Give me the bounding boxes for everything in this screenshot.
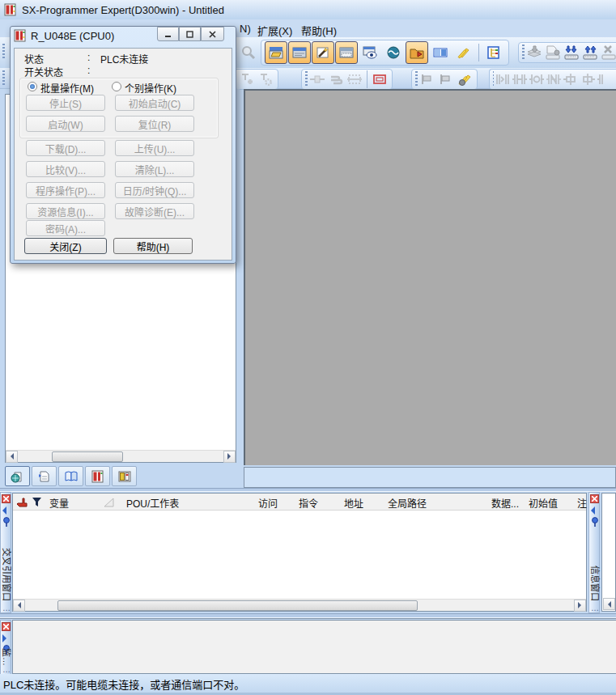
reset-flag-button[interactable]: [437, 70, 455, 88]
initial-start-button[interactable]: 初始启动(C): [115, 95, 194, 111]
col-access[interactable]: 访问: [258, 496, 278, 510]
menu-item-help[interactable]: 帮助(H): [298, 22, 340, 39]
password-button[interactable]: 密码(A)...: [26, 220, 105, 236]
pages-button[interactable]: [456, 70, 474, 88]
make-button[interactable]: [525, 44, 543, 61]
toolbar-grip[interactable]: [2, 70, 5, 87]
variable-properties-button[interactable]: [257, 70, 274, 88]
col-comment[interactable]: 注释: [577, 496, 587, 510]
ladder-contact-clipped-button[interactable]: [597, 70, 613, 88]
dialog-close-button[interactable]: [201, 27, 224, 41]
col-initial-value[interactable]: 初始值: [529, 496, 558, 510]
ladder-coil-right-button[interactable]: [580, 70, 596, 88]
close-button[interactable]: 关闭(Z): [24, 238, 107, 254]
tab-hardware[interactable]: [85, 466, 110, 486]
stop-button[interactable]: 停止(S): [26, 95, 105, 111]
toolbar-grip[interactable]: [415, 71, 418, 87]
clear-button[interactable]: 清除(L)...: [115, 161, 194, 177]
com-status-button[interactable]: [382, 41, 405, 64]
sort-caret-icon[interactable]: [104, 498, 114, 507]
col-data-type[interactable]: 数据...: [491, 496, 519, 510]
scroll-left-button[interactable]: [6, 451, 18, 463]
split-window-button[interactable]: [429, 41, 452, 64]
compare-button[interactable]: 比较(V)...: [26, 161, 105, 177]
project-control-button[interactable]: [406, 41, 428, 64]
network-button[interactable]: [346, 70, 363, 88]
ladder-coil-left-button[interactable]: [563, 70, 579, 88]
reset-button[interactable]: 复位(R): [115, 116, 194, 132]
radio-batch-label[interactable]: 批量操作(M): [40, 81, 94, 95]
col-variable[interactable]: 变量: [49, 496, 69, 510]
scroll-right-button[interactable]: [223, 451, 236, 463]
collapse-left-icon[interactable]: [2, 506, 6, 515]
network-delete-button[interactable]: [371, 70, 389, 88]
crossref-hscrollbar[interactable]: [13, 599, 586, 611]
ladder-coil-open-button[interactable]: [529, 70, 545, 88]
page-layout-icon: [457, 46, 471, 59]
watch-window-button[interactable]: [359, 41, 381, 64]
scroll-left-button[interactable]: [603, 598, 615, 610]
col-address[interactable]: 地址: [344, 496, 363, 510]
ladder-branch-button[interactable]: [495, 70, 511, 88]
contact-network-button[interactable]: [308, 70, 326, 88]
tab-io[interactable]: [112, 466, 137, 486]
tab-pou[interactable]: [32, 466, 57, 486]
page-layout-button[interactable]: [452, 41, 475, 64]
upload-changes-button[interactable]: [581, 44, 599, 61]
radio-batch-operation[interactable]: [28, 82, 37, 91]
message-window-button[interactable]: [288, 41, 311, 64]
cancel-changes-button[interactable]: [600, 44, 616, 61]
fault-diagnosis-button[interactable]: 故障诊断(E)...: [115, 203, 194, 219]
hand-icon[interactable]: [16, 496, 28, 508]
resource-info-button[interactable]: 资源信息(I)...: [26, 203, 105, 219]
calendar-clock-button[interactable]: 日历/时钟(Q)...: [115, 182, 194, 198]
tree-hscrollbar[interactable]: [6, 450, 236, 462]
add-variable-button[interactable]: [238, 70, 256, 88]
scroll-left-button[interactable]: [13, 600, 25, 612]
toolbar-grip[interactable]: [305, 71, 308, 87]
wizard-button[interactable]: [312, 41, 334, 64]
filter-icon[interactable]: [32, 497, 42, 507]
tab-library[interactable]: [58, 466, 83, 486]
close-panel-button[interactable]: [2, 494, 11, 503]
zoom-button[interactable]: [237, 41, 260, 64]
collapse-left-icon[interactable]: [591, 506, 595, 515]
collapse-right-icon[interactable]: [2, 634, 6, 642]
info-caption-strip: 信息窗口 …: [588, 492, 600, 613]
scroll-right-button[interactable]: [574, 600, 586, 612]
menu-item-partial[interactable]: N): [236, 22, 254, 36]
toolbar-grip[interactable]: [493, 71, 494, 87]
ladder-contact-parallel-button[interactable]: [512, 70, 528, 88]
col-global-path[interactable]: 全局路径: [388, 496, 427, 510]
coil-network-button[interactable]: [327, 70, 345, 88]
download-button[interactable]: 下载(D)...: [26, 140, 105, 156]
set-flag-button[interactable]: [418, 70, 436, 88]
radio-individual-label[interactable]: 个别操作(K): [125, 81, 176, 95]
pin-icon[interactable]: [591, 517, 599, 527]
toolbar-grip[interactable]: [522, 44, 525, 61]
scrollbar-thumb[interactable]: [57, 600, 418, 611]
col-pou-worksheet[interactable]: POU/工作表: [126, 496, 179, 510]
help-button[interactable]: 帮助(H): [113, 238, 193, 254]
radio-individual-operation[interactable]: [112, 82, 121, 91]
close-panel-button[interactable]: [590, 494, 599, 503]
program-operation-button[interactable]: 程序操作(P)...: [26, 182, 105, 198]
upload-button[interactable]: 上传(U)...: [115, 140, 194, 156]
pin-icon[interactable]: [2, 517, 11, 527]
download-changes-button[interactable]: [563, 44, 580, 61]
dialog-title-bar[interactable]: R_U048E (CPU0): [14, 29, 114, 42]
start-button[interactable]: 启动(W): [26, 116, 105, 132]
tab-project[interactable]: [5, 466, 30, 486]
toolbar-grip[interactable]: [2, 44, 5, 60]
ladder-contact-serial-button[interactable]: [546, 70, 562, 88]
col-instruction[interactable]: 指令: [299, 496, 318, 510]
edit-window-button[interactable]: [335, 41, 358, 64]
maximize-button[interactable]: [179, 27, 201, 41]
minimize-button[interactable]: [157, 27, 179, 41]
patch-pou-button[interactable]: [544, 44, 562, 61]
tree-view-button[interactable]: [482, 41, 505, 64]
scrollbar-thumb[interactable]: [52, 451, 123, 462]
project-window-button[interactable]: [265, 41, 287, 64]
menu-item-extend[interactable]: 扩展(X): [254, 22, 295, 39]
close-panel-button[interactable]: [2, 622, 11, 631]
